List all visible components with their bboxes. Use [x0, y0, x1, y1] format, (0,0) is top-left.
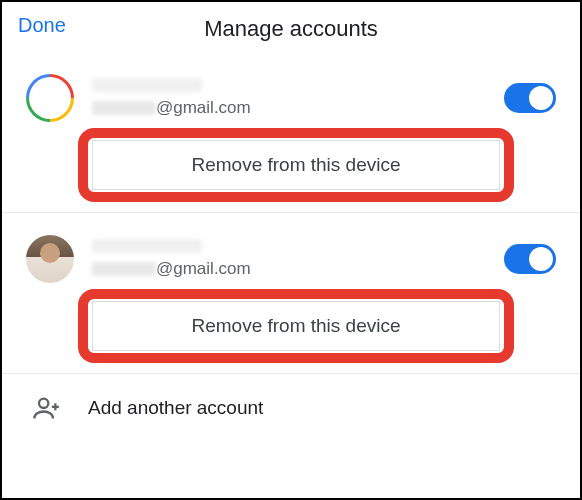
avatar	[26, 235, 74, 283]
account-toggle[interactable]	[504, 244, 556, 274]
account-item: @gmail.com Remove from this device	[2, 213, 580, 374]
add-account-row[interactable]: Add another account	[2, 374, 580, 442]
remove-from-device-button[interactable]: Remove from this device	[92, 140, 500, 190]
account-info: @gmail.com	[92, 239, 486, 279]
account-toggle[interactable]	[504, 83, 556, 113]
account-name-redacted	[92, 239, 202, 253]
account-name-redacted	[92, 78, 202, 92]
remove-from-device-button[interactable]: Remove from this device	[92, 301, 500, 351]
email-local-redacted	[92, 262, 156, 276]
add-account-label: Add another account	[88, 397, 263, 419]
done-button[interactable]: Done	[18, 14, 66, 37]
email-domain: @gmail.com	[156, 259, 251, 279]
add-user-icon	[32, 394, 60, 422]
email-domain: @gmail.com	[156, 98, 251, 118]
account-info: @gmail.com	[92, 78, 486, 118]
page-title: Manage accounts	[18, 16, 564, 42]
svg-point-0	[39, 399, 48, 408]
account-item: @gmail.com Remove from this device	[2, 52, 580, 213]
avatar	[26, 74, 74, 122]
email-local-redacted	[92, 101, 156, 115]
